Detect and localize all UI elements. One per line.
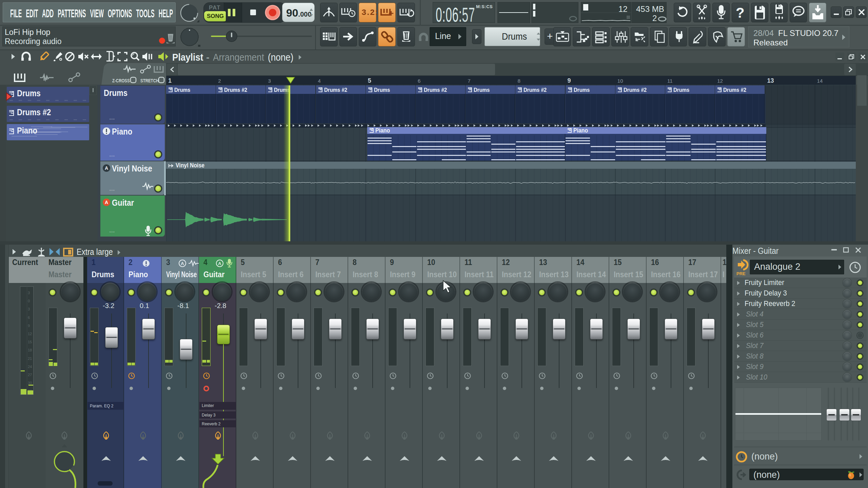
svg-text:A: A <box>218 261 221 266</box>
svg-text:A: A <box>181 261 184 266</box>
svg-text:A: A <box>105 200 108 205</box>
svg-text:A: A <box>105 165 108 171</box>
